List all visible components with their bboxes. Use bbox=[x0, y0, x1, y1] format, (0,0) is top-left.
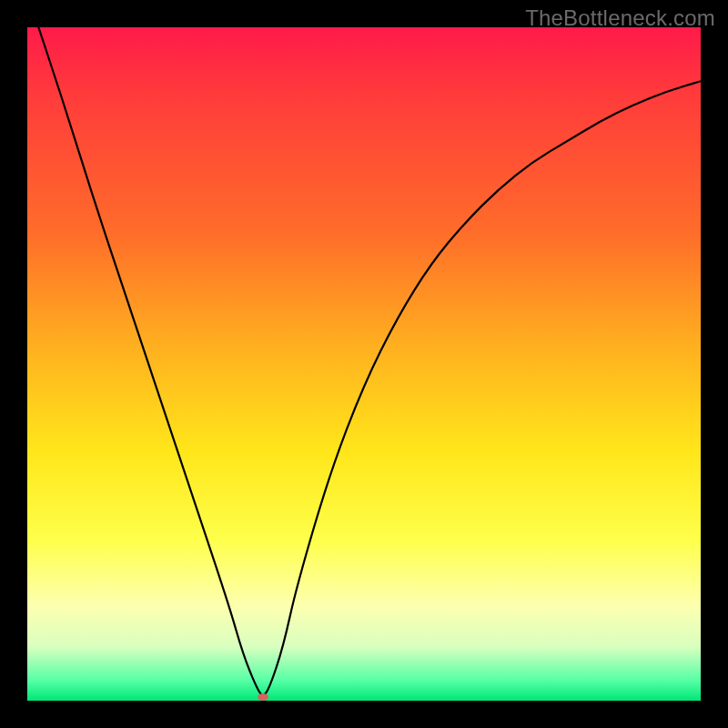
curve-svg bbox=[27, 27, 701, 701]
optimal-marker bbox=[258, 693, 268, 701]
bottleneck-curve bbox=[27, 27, 701, 695]
watermark-text: TheBottleneck.com bbox=[525, 5, 715, 31]
plot-area bbox=[27, 27, 701, 701]
chart-container: TheBottleneck.com bbox=[0, 0, 728, 728]
